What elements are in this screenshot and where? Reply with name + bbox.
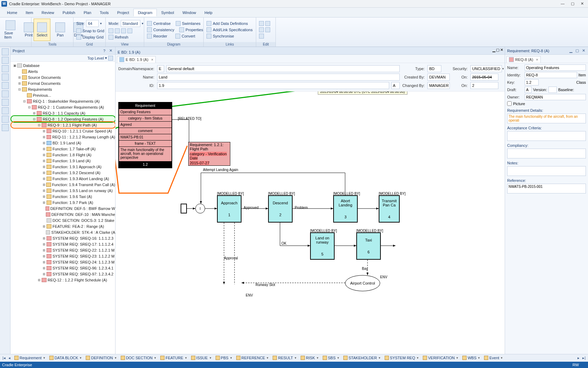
tree-twisty[interactable]: ⊞ bbox=[42, 195, 46, 198]
name-field[interactable]: Land bbox=[157, 74, 400, 81]
tree-twisty[interactable]: ⊞ bbox=[42, 135, 46, 139]
process-descend[interactable]: Descend2 bbox=[268, 195, 293, 223]
notes[interactable] bbox=[507, 166, 586, 176]
tree-node[interactable]: ⊞Source Documents bbox=[11, 74, 115, 80]
menu-tools[interactable]: Tools bbox=[96, 9, 113, 16]
add-data-def-button[interactable]: Add Data Definitions bbox=[206, 21, 253, 26]
tree-node[interactable]: ⊟REQ-9 : 1.2.1 Flight Path (A) bbox=[11, 122, 115, 128]
minimize-icon[interactable]: — bbox=[561, 1, 565, 6]
security-select[interactable]: UNCLASSIFIED bbox=[470, 65, 502, 72]
tree-twisty[interactable]: ⊞ bbox=[42, 225, 46, 228]
redo-icon[interactable] bbox=[259, 34, 264, 39]
tree-twisty[interactable]: ⊞ bbox=[42, 201, 46, 204]
id-field[interactable]: 1.9 bbox=[157, 82, 389, 89]
nav-next[interactable]: ▸ bbox=[576, 356, 581, 360]
tree-node[interactable]: ⊞Function: 1.9.2 Descend (A) bbox=[11, 170, 115, 176]
tree-node[interactable]: ⊟Requirements bbox=[11, 86, 115, 92]
zoom-out-icon[interactable] bbox=[115, 28, 120, 33]
tree-twisty[interactable]: ⊟ bbox=[32, 117, 36, 121]
picture-checkbox[interactable] bbox=[507, 101, 512, 106]
refresh-button[interactable]: Refresh bbox=[108, 34, 144, 40]
rail-icon-8[interactable] bbox=[2, 116, 9, 123]
tree-node[interactable]: ⊞Function: 1.9 Land (A) bbox=[11, 158, 115, 164]
rail-icon-7[interactable] bbox=[2, 107, 9, 114]
tree-node[interactable]: ⊞SYSTEM REQ: SREQ-16: 1.1.1.2.3 bbox=[11, 235, 115, 241]
tree-node[interactable]: Alerts bbox=[11, 68, 115, 74]
rail-icon-6[interactable] bbox=[2, 99, 9, 106]
requirement-details[interactable]: The main functionality of the aircraft, … bbox=[507, 114, 586, 123]
tree-node[interactable]: ⊞SYSTEM REQ: SREQ-22: 1.1.2.1 M bbox=[11, 247, 115, 253]
bottom-tab-pbs[interactable]: PBS▾ bbox=[214, 355, 234, 360]
menu-review[interactable]: Review bbox=[37, 9, 58, 16]
tree-node[interactable]: ⊞Function: 1.9.6 Taxi (A) bbox=[11, 193, 115, 199]
bottom-tab-stakeholder[interactable]: STAKEHOLDER▾ bbox=[341, 355, 383, 360]
entry-bar[interactable] bbox=[181, 204, 187, 213]
zoom-fit-icon[interactable] bbox=[121, 28, 126, 33]
tab-close-icon[interactable]: × bbox=[536, 57, 538, 62]
pane-min-icon[interactable]: ▁ bbox=[492, 48, 495, 52]
tree-node[interactable]: ⊞REQ-10 : 1.2.1.1 Cruise Speed (A) bbox=[11, 128, 115, 134]
tree-twisty[interactable]: ⊟ bbox=[37, 123, 41, 127]
req-tab[interactable]: REQ-8 (A)× bbox=[506, 56, 541, 63]
pane-min-icon[interactable]: ▁ bbox=[568, 48, 573, 53]
tree-twisty[interactable]: ⊞ bbox=[42, 171, 46, 175]
bottom-tab-event[interactable]: Event▾ bbox=[482, 355, 505, 360]
bottom-tab-system-req[interactable]: SYSTEM REQ▾ bbox=[383, 355, 421, 360]
tree-node[interactable]: ⊞Function: 1.8 Flight (A) bbox=[11, 152, 115, 158]
tree-twisty[interactable]: ⊞ bbox=[42, 165, 46, 169]
rail-icon-5[interactable] bbox=[2, 90, 9, 97]
process-approach[interactable]: Approach1 bbox=[217, 195, 241, 223]
tree-twisty[interactable]: ⊞ bbox=[42, 159, 46, 163]
tree-node[interactable]: ⊞SYSTEM REQ: SREQ-97: 1.2.3.4.2 bbox=[11, 271, 115, 277]
tree-node[interactable]: ⊟REQ-8 : 1.2 Operating Features (A) bbox=[11, 116, 115, 122]
display-grid[interactable]: Display Grid bbox=[76, 34, 105, 40]
bottom-tab-data-block[interactable]: DATA BLOCK▾ bbox=[47, 355, 84, 360]
grid-size[interactable]: 64 bbox=[86, 20, 99, 27]
menu-home[interactable]: Home bbox=[3, 9, 21, 16]
rail-icon-2[interactable] bbox=[2, 65, 9, 72]
prop-name[interactable]: Operating Features bbox=[525, 64, 586, 71]
namespace-field[interactable]: General default bbox=[166, 65, 400, 72]
tree-node[interactable]: ⊞REQ-11 : 1.2.1.2 Runway Length (A) bbox=[11, 134, 115, 140]
tab-close-icon[interactable]: × bbox=[151, 57, 153, 62]
menu-publish[interactable]: Publish bbox=[58, 9, 79, 16]
view-mode[interactable]: Standard bbox=[121, 20, 140, 27]
pane-close-icon[interactable]: ✕ bbox=[500, 48, 503, 52]
tree-node[interactable]: ⊟REQ-1 : Stakeholder Requirements (A) bbox=[11, 98, 115, 104]
cut-icon[interactable] bbox=[259, 21, 264, 26]
tree-node[interactable]: ⊞Function: 1.9.3 Abort Landing (A) bbox=[11, 176, 115, 182]
menu-plan[interactable]: Plan bbox=[79, 9, 96, 16]
tree-twisty[interactable]: ⊟ bbox=[22, 100, 27, 103]
tree-node[interactable]: Previous... bbox=[11, 92, 115, 98]
diagram-canvas[interactable]: 2015-05-04 00:00:00 UTC (UTC 2015-05-04 … bbox=[115, 91, 505, 354]
tree-twisty[interactable]: ⊞ bbox=[42, 237, 46, 240]
acceptance-criteria[interactable] bbox=[507, 131, 586, 141]
nav-last[interactable]: ▸| bbox=[581, 356, 587, 360]
tree-twisty[interactable]: ⊞ bbox=[42, 260, 46, 264]
tree-node[interactable]: DEFINITION: DEF-10 : MAN Manche bbox=[11, 211, 115, 217]
bottom-tab-result[interactable]: RESULT▾ bbox=[271, 355, 299, 360]
process-abort[interactable]: Abort Landing3 bbox=[333, 195, 358, 223]
pane-close-icon[interactable]: ✕ bbox=[581, 48, 586, 53]
bottom-tab-reference[interactable]: REFERENCE▾ bbox=[234, 355, 271, 360]
rail-icon-3[interactable] bbox=[2, 74, 9, 81]
tree-twisty[interactable]: ⊞ bbox=[18, 82, 22, 85]
tree-node[interactable]: ⊞Formal Documents bbox=[11, 80, 115, 86]
reorder-button[interactable]: Reorder Convert bbox=[146, 33, 204, 39]
reference[interactable]: NWATS-PB-2015-001 bbox=[507, 184, 586, 193]
pane-max-icon[interactable]: ▢ bbox=[575, 48, 580, 53]
bottom-tab-issue[interactable]: ISSUE▾ bbox=[189, 355, 214, 360]
undo-icon[interactable] bbox=[265, 27, 270, 32]
requirement-box[interactable]: Requirement Operating Features category … bbox=[118, 102, 172, 168]
tree-twisty[interactable]: ⊞ bbox=[37, 278, 41, 282]
tree-node[interactable]: STAKEHOLDER: STK-4 : A Clarke (A bbox=[11, 229, 115, 235]
menu-symbol[interactable]: Symbol bbox=[157, 9, 178, 16]
domain-field[interactable]: E bbox=[157, 65, 164, 72]
swimlanes-button[interactable]: Swimlanes bbox=[182, 21, 201, 26]
tree-twisty[interactable]: ⊞ bbox=[32, 111, 36, 115]
tree-node[interactable]: ⊞SYSTEM REQ: SREQ-24: 1.1.2.3 M bbox=[11, 259, 115, 265]
tree-twisty[interactable]: ⊞ bbox=[42, 248, 46, 252]
tree-node[interactable]: ⊞Function: 1.9.7 Park (A) bbox=[11, 199, 115, 205]
copy-icon[interactable] bbox=[265, 21, 270, 26]
bottom-tab-definition[interactable]: DEFINITION▾ bbox=[84, 355, 118, 360]
